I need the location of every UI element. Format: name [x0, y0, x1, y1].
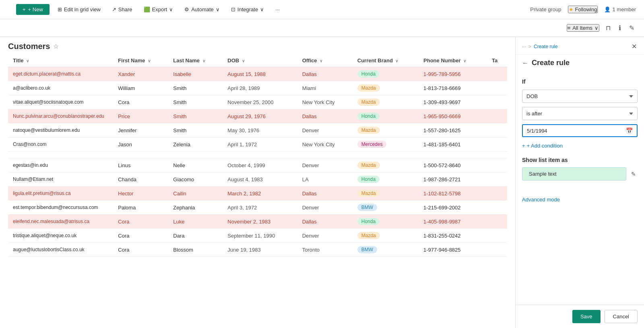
automate-icon: ⚙ [184, 6, 189, 12]
table-row[interactable]: ligula.elit.pretium@risus.ca Hector Cail… [8, 187, 507, 201]
table-row[interactable]: tristique.aliquet@neque.co.uk Cora Dara … [8, 229, 507, 243]
cell-first-name [113, 152, 168, 158]
second-toolbar: ≡ All Items ∨ ⊓ ℹ ✎ [0, 19, 644, 37]
cell-ta [487, 123, 507, 137]
cell-office: Dallas [297, 67, 353, 81]
cell-brand: Mercedes [353, 137, 419, 152]
cell-first-name: William [113, 81, 168, 95]
cell-last-name: Zelenia [168, 137, 223, 152]
share-button[interactable]: ↗ Share [109, 5, 136, 14]
brand-badge: Honda [357, 218, 380, 225]
cell-title [8, 152, 113, 158]
breadcrumb: ··· > Create rule [522, 44, 557, 49]
integrate-button[interactable]: ⊡ Integrate ∨ [228, 5, 267, 14]
cancel-button[interactable]: Cancel [605, 310, 638, 323]
cell-title: Nunc.pulvinar.arcu@conubianostraper.edu [8, 109, 113, 123]
table-row[interactable]: est.tempor.bibendum@neccursusa.com Palom… [8, 201, 507, 215]
table-row[interactable]: vitae.aliquet@sociisnatoque.com Cora Smi… [8, 95, 507, 109]
table-row[interactable]: eget.dictum.placerat@mattis.ca Xander Is… [8, 67, 507, 81]
table-row[interactable]: eleifend.nec.malesuada@atrisus.ca Cora L… [8, 215, 507, 229]
more-button[interactable]: ··· [272, 5, 283, 14]
more-label: ··· [275, 6, 280, 12]
cell-last-name: Blossom [168, 243, 223, 257]
cell-brand: Mazda [353, 123, 419, 137]
cell-office: Dallas [297, 109, 353, 123]
table-row[interactable]: Nullam@Etiam.net Chanda Giacomo August 4… [8, 172, 507, 187]
cell-brand: Mazda [353, 81, 419, 95]
cell-ta [487, 95, 507, 109]
cell-office: New York City [297, 95, 353, 109]
date-input[interactable] [527, 128, 626, 134]
cell-first-name: Cora [113, 215, 168, 229]
back-button[interactable]: ← [522, 59, 528, 67]
add-condition-label: + Add condition [527, 143, 563, 149]
condition-field-select[interactable]: DOB Title First Name Last Name Office Cu… [522, 90, 638, 103]
brand-badge: Mazda [357, 84, 380, 92]
cell-first-name: Hector [113, 187, 168, 201]
table-row[interactable]: natoque@vestibulumlorem.edu Jennifer Smi… [8, 123, 507, 137]
cell-last-name: Smith [168, 95, 223, 109]
cell-first-name: Jennifer [113, 123, 168, 137]
cell-ta [487, 172, 507, 187]
info-icon[interactable]: ℹ [617, 23, 623, 33]
brand-badge: Mazda [357, 232, 380, 239]
if-label: If [522, 78, 638, 85]
grid-icon: ⊞ [58, 6, 62, 12]
table-row[interactable]: egestas@in.edu Linus Nelle October 4, 19… [8, 158, 507, 172]
edit-grid-button[interactable]: ⊞ Edit in grid view [54, 5, 104, 14]
calendar-icon[interactable]: 📅 [626, 127, 633, 134]
table-row[interactable]: a@aclibero.co.uk William Smith April 28,… [8, 81, 507, 95]
following-button[interactable]: ★ Following [568, 6, 598, 13]
cell-dob: August 29, 1976 [223, 109, 297, 123]
cell-office: New York City [297, 137, 353, 152]
table-row[interactable]: augue@luctuslobortisClass.co.uk Cora Blo… [8, 243, 507, 257]
plus-icon: + [23, 6, 26, 12]
cell-dob: April 28, 1989 [223, 81, 297, 95]
new-button[interactable]: + + New [16, 4, 50, 15]
cell-title: Cras@non.com [8, 137, 113, 152]
cell-phone: 1-215-699-2002 [419, 201, 487, 215]
cell-last-name: Smith [168, 109, 223, 123]
cell-brand: Mazda [353, 95, 419, 109]
advanced-mode-link[interactable]: Advanced mode [522, 197, 638, 203]
cell-last-name: Cailin [168, 187, 223, 201]
table-row[interactable]: Cras@non.com Jason Zelenia April 1, 1972… [8, 137, 507, 152]
edit-icon[interactable]: ✎ [627, 23, 636, 33]
export-label: Export [152, 6, 167, 12]
all-items-button[interactable]: ≡ All Items ∨ [567, 24, 599, 32]
cell-first-name: Chanda [113, 172, 168, 187]
cell-brand: BMW [353, 243, 419, 257]
close-panel-button[interactable]: ✕ [631, 42, 638, 51]
add-condition-button[interactable]: + + Add condition [522, 143, 563, 149]
cell-ta [487, 201, 507, 215]
col-office: Office ∨ [297, 54, 353, 67]
favorite-icon[interactable]: ☆ [53, 43, 59, 50]
table-row[interactable] [8, 152, 507, 158]
cell-brand: Honda [353, 172, 419, 187]
cell-brand: Honda [353, 109, 419, 123]
cell-title: a@aclibero.co.uk [8, 81, 113, 95]
export-button[interactable]: 🟩 Export ∨ [140, 5, 177, 14]
cell-ta [487, 81, 507, 95]
cell-first-name: Price [113, 109, 168, 123]
condition-operator-select[interactable]: is after is before is equal to is on or … [522, 107, 638, 120]
chevron-down-icon-4: ∨ [594, 25, 599, 31]
table-container: Title ∨ First Name ∨ Last Name ∨ DOB ∨ O… [0, 54, 515, 328]
brand-badge: Mazda [357, 98, 380, 106]
sample-text-row: Sample text ✎ [522, 167, 638, 180]
export-icon: 🟩 [144, 6, 150, 12]
edit-format-button[interactable]: ✎ [630, 169, 638, 179]
cell-dob: April 1, 1972 [223, 137, 297, 152]
list-icon: ≡ [568, 25, 571, 31]
panel-header: ··· > Create rule ✕ [516, 37, 644, 55]
cell-first-name: Jason [113, 137, 168, 152]
col-current-brand: Current Brand ∨ [353, 54, 419, 67]
list-area: Customers ☆ Title ∨ First Name ∨ Last Na… [0, 37, 515, 328]
save-button[interactable]: Save [572, 310, 601, 323]
automate-button[interactable]: ⚙ Automate ∨ [181, 5, 223, 14]
cell-ta [487, 67, 507, 81]
table-row[interactable]: Nunc.pulvinar.arcu@conubianostraper.edu … [8, 109, 507, 123]
cell-phone: 1-987-286-2721 [419, 172, 487, 187]
cell-last-name: Smith [168, 123, 223, 137]
filter-icon[interactable]: ⊓ [604, 23, 612, 33]
